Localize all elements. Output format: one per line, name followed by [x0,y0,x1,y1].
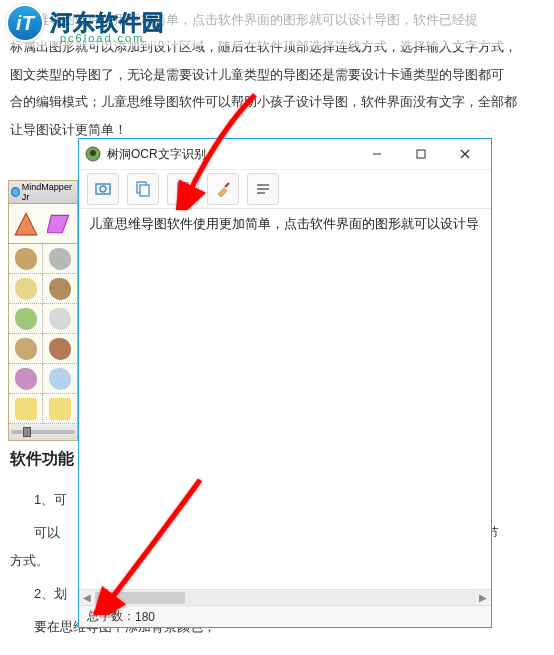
svg-rect-11 [140,185,149,196]
close-button[interactable] [445,142,485,166]
palette-item[interactable] [9,394,43,424]
paste-icon [174,180,192,198]
window-title: 树洞OCR文字识别 [107,146,357,163]
svg-rect-13 [180,182,186,185]
shape-palette: MindMapper Jr [8,180,78,441]
palette-titlebar: MindMapper Jr [9,181,77,204]
site-logo-icon: iT [6,4,44,42]
scroll-thumb[interactable] [95,592,185,604]
palette-item[interactable] [43,244,77,274]
status-label: 总字数： [87,608,135,625]
toolbar [79,169,491,209]
palette-item[interactable] [9,364,43,394]
palette-tab-shapes[interactable] [9,204,43,243]
capture-button[interactable] [87,173,119,205]
status-count: 180 [135,610,155,624]
palette-item[interactable] [9,274,43,304]
svg-marker-1 [47,215,69,232]
article-line: 合的编辑模式；儿童思维导图软件可以帮助小孩子设计导图，软件界面没有文字，全部都 [10,90,554,113]
palette-zoom-slider[interactable] [9,424,77,440]
ocr-window: 树洞OCR文字识别 儿童思维导图软件使用更加简 [78,138,492,628]
svg-point-9 [100,186,106,192]
app-icon [85,146,101,162]
palette-app-icon [11,187,20,197]
maximize-icon [416,149,426,159]
ocr-text-area[interactable]: 儿童思维导图软件使用更加简单，点击软件界面的图形就可以设计导 [79,209,491,589]
capture-icon [94,180,112,198]
brush-icon [214,180,232,198]
palette-item[interactable] [43,274,77,304]
palette-title-text: MindMapper Jr [22,182,75,202]
svg-point-3 [90,150,96,156]
maximize-button[interactable] [401,142,441,166]
palette-item[interactable] [43,364,77,394]
paste-button[interactable] [167,173,199,205]
scroll-track[interactable] [95,591,475,605]
minimize-icon [372,149,382,159]
palette-item[interactable] [43,304,77,334]
site-subtitle: pc6load.com [60,32,144,44]
palette-tab-clipart[interactable] [43,204,77,243]
clear-button[interactable] [207,173,239,205]
horizontal-scrollbar[interactable]: ◀ ▶ [79,589,491,605]
palette-item[interactable] [43,334,77,364]
copy-button[interactable] [127,173,159,205]
site-header: iT 河东软件园 pc6load.com [0,0,554,46]
palette-item[interactable] [43,394,77,424]
article-line: 图文类型的导图了，无论是需要设计儿童类型的导图还是需要设计卡通类型的导图都可 [10,63,554,86]
scroll-left-icon[interactable]: ◀ [79,591,95,605]
minimize-button[interactable] [357,142,397,166]
palette-item[interactable] [9,334,43,364]
palette-grid [9,244,77,424]
paragraph-icon [254,180,272,198]
svg-line-14 [225,183,229,187]
copy-icon [134,180,152,198]
scroll-right-icon[interactable]: ▶ [475,591,491,605]
close-icon [460,149,470,159]
status-bar: 总字数：180 [79,605,491,627]
palette-item[interactable] [9,244,43,274]
palette-item[interactable] [9,304,43,334]
wrap-button[interactable] [247,173,279,205]
svg-rect-5 [417,150,425,158]
svg-marker-0 [15,213,37,235]
window-titlebar: 树洞OCR文字识别 [79,139,491,169]
